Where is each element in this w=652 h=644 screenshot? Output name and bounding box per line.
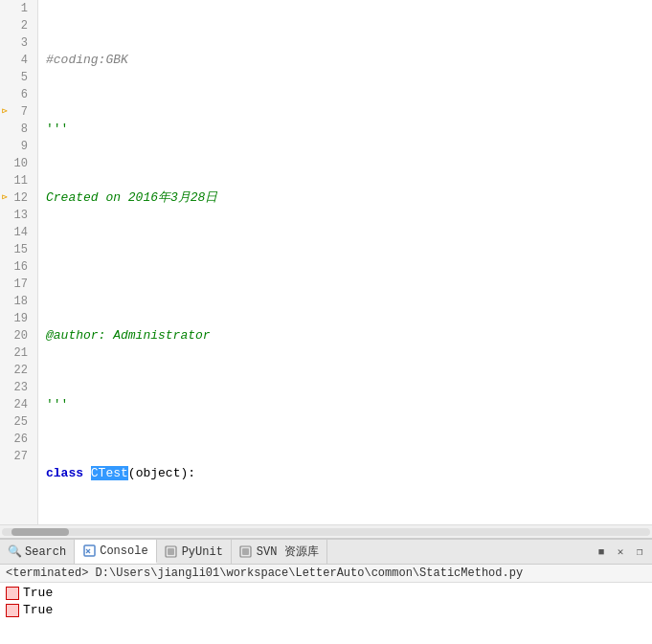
code-line-1: #coding:GBK: [46, 52, 652, 69]
tab-action-area: ■ ✕ ❐: [593, 540, 652, 564]
close-button[interactable]: ✕: [612, 544, 629, 561]
ln-25: 25: [0, 413, 34, 431]
output-text-1: True: [23, 585, 53, 602]
output-line-2: True: [6, 602, 646, 619]
ln-8: 8: [0, 121, 34, 138]
ln-18: 18: [0, 293, 34, 310]
code-line-4: [46, 258, 652, 276]
console-icon: [82, 544, 96, 558]
ln-27: 27: [0, 448, 34, 465]
console-path: <terminated> D:\Users\jiangli01\workspac…: [0, 565, 652, 583]
console-output: True True: [0, 583, 652, 644]
code-line-5: @author: Administrator: [46, 327, 652, 344]
tab-search-label: Search: [25, 545, 66, 559]
tab-pyunit-label: PyUnit: [182, 545, 223, 559]
tab-pyunit[interactable]: PyUnit: [157, 540, 232, 564]
horizontal-scrollbar[interactable]: [0, 524, 652, 538]
ln-3: 3: [0, 34, 34, 52]
ln-9: 9: [0, 138, 34, 155]
ln-2: 2: [0, 17, 34, 34]
tab-console-label: Console: [100, 544, 147, 558]
code-line-7: class CTest(object):: [46, 465, 652, 482]
output-line-1: True: [6, 585, 646, 602]
code-text: @author: Administrator: [46, 327, 211, 344]
code-text: ''': [46, 121, 68, 138]
ln-6: 6: [0, 86, 34, 103]
tab-console[interactable]: Console: [75, 540, 156, 564]
code-text: Created on 2016年3月28日: [46, 189, 217, 207]
svn-icon: [239, 545, 253, 559]
line-numbers: 1 2 3 4 5 6 7 8 9 10 11 12 13 14 15 16 1…: [0, 0, 38, 524]
tab-search[interactable]: 🔍 Search: [0, 540, 75, 564]
ln-23: 23: [0, 379, 34, 396]
scrollbar-track[interactable]: [2, 528, 650, 536]
ln-11: 11: [0, 172, 34, 189]
ln-13: 13: [0, 207, 34, 224]
minimize-button[interactable]: ■: [593, 544, 610, 561]
ln-20: 20: [0, 327, 34, 344]
ln-19: 19: [0, 310, 34, 327]
svg-rect-0: [84, 545, 95, 556]
code-container: 1 2 3 4 5 6 7 8 9 10 11 12 13 14 15 16 1…: [0, 0, 652, 524]
ln-12: 12: [0, 189, 34, 207]
tab-svn[interactable]: SVN 资源库: [232, 540, 327, 564]
bottom-panel: 🔍 Search Console PyUnit SVN 资源库 ■ ✕ ❐: [0, 539, 652, 644]
ln-24: 24: [0, 396, 34, 413]
code-line-2: ''': [46, 121, 652, 138]
ln-10: 10: [0, 155, 34, 172]
ln-5: 5: [0, 69, 34, 86]
code-line-6: ''': [46, 396, 652, 413]
ln-15: 15: [0, 241, 34, 258]
ln-7: 7: [0, 103, 34, 121]
code-editor[interactable]: #coding:GBK ''' Created on 2016年3月28日 @a…: [38, 0, 652, 524]
ln-21: 21: [0, 344, 34, 362]
ln-26: 26: [0, 431, 34, 448]
maximize-button[interactable]: ❐: [631, 544, 648, 561]
code-text: class: [46, 465, 91, 482]
svg-rect-6: [242, 548, 249, 555]
svg-rect-4: [168, 548, 174, 555]
search-icon: 🔍: [8, 545, 21, 559]
output-text-2: True: [23, 602, 53, 619]
bottom-tabs-bar: 🔍 Search Console PyUnit SVN 资源库 ■ ✕ ❐: [0, 540, 652, 565]
ln-16: 16: [0, 258, 34, 276]
ln-14: 14: [0, 224, 34, 241]
ln-17: 17: [0, 276, 34, 293]
code-text: ''': [46, 396, 68, 413]
editor-area: 1 2 3 4 5 6 7 8 9 10 11 12 13 14 15 16 1…: [0, 0, 652, 539]
pyunit-icon: [165, 545, 178, 559]
code-line-3: Created on 2016年3月28日: [46, 189, 652, 207]
tab-svn-label: SVN 资源库: [257, 544, 319, 560]
scrollbar-thumb[interactable]: [11, 528, 69, 536]
ln-1: 1: [0, 0, 34, 17]
code-text: CTest(object):: [91, 465, 195, 482]
ln-4: 4: [0, 52, 34, 69]
code-text: #coding:GBK: [46, 52, 128, 69]
ln-22: 22: [0, 362, 34, 379]
